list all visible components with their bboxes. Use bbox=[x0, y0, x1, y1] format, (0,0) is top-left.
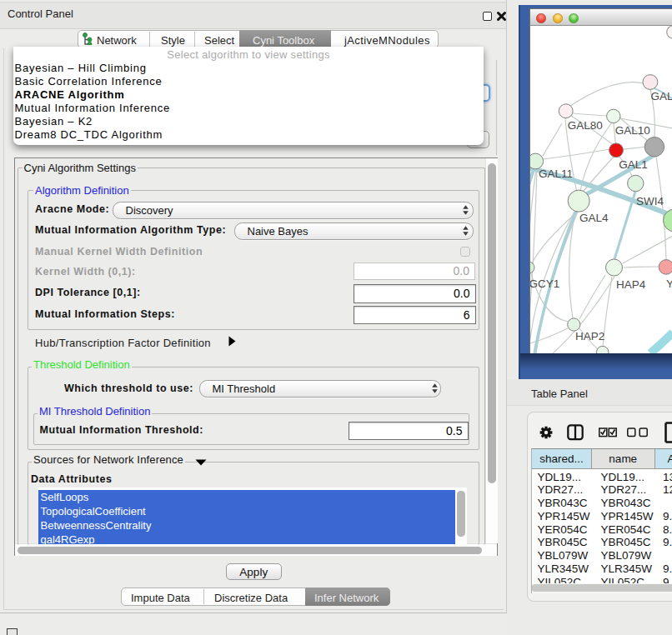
svg-text:GAL1: GAL1 bbox=[619, 158, 648, 171]
svg-text:GAL11: GAL11 bbox=[539, 168, 573, 180]
svg-text:GAL80: GAL80 bbox=[568, 119, 603, 132]
svg-text:SWI4: SWI4 bbox=[636, 195, 664, 208]
svg-text:GCY1: GCY1 bbox=[529, 278, 559, 290]
svg-text:HAP2: HAP2 bbox=[575, 330, 604, 342]
svg-text:GAL4: GAL4 bbox=[579, 212, 609, 224]
svg-text:GAL10: GAL10 bbox=[615, 124, 650, 137]
svg-text:GAL80: GAL80 bbox=[650, 90, 672, 102]
svg-text:HAP4: HAP4 bbox=[616, 278, 646, 291]
svg-text:YMR: YMR bbox=[666, 278, 672, 290]
